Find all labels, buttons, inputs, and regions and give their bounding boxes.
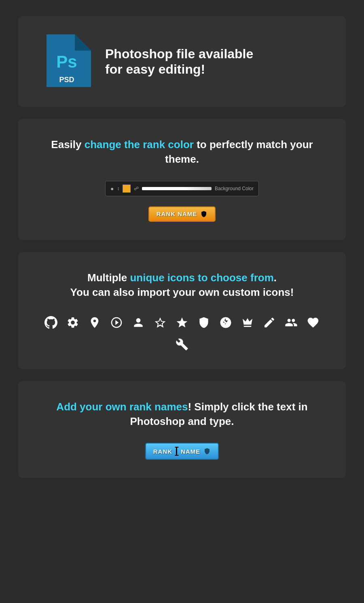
psd-title: Photoshop file available for easy editin… [105, 46, 253, 77]
crown-icon [241, 316, 254, 329]
pencil-icon [263, 316, 276, 329]
star-filled-icon [176, 316, 188, 329]
gear-icon [66, 316, 79, 329]
svg-text:Ps: Ps [56, 52, 77, 71]
heart-icon [307, 316, 320, 329]
group-icon [285, 316, 298, 329]
shield-icon [200, 210, 207, 218]
picker-label: Background Color [215, 186, 254, 191]
eye-icon: ● [110, 185, 114, 192]
color-swatch[interactable] [123, 185, 131, 193]
rank-badge-orange: RANK NAME [148, 206, 216, 222]
icons-title: Multiple unique icons to choose from. Yo… [38, 270, 326, 300]
opacity-slider[interactable] [142, 187, 211, 190]
rank-text-blue: RANK [153, 448, 172, 455]
rank-name-text: RANK NAME [157, 210, 197, 217]
rank-text-blue-2: NAME [181, 448, 200, 455]
color-picker-bar[interactable]: ● ↕ ☍ Background Color [105, 181, 259, 196]
color-change-card: Easily change the rank color to perfectl… [18, 119, 346, 240]
person-pin-icon [88, 316, 101, 329]
icons-row [38, 316, 326, 351]
psd-card: Ps PSD Photoshop file available for easy… [18, 16, 346, 107]
rank-badge-blue-wrapper: RANK NAME [38, 443, 326, 460]
chain-icon: ☍ [134, 186, 139, 191]
block-icon [219, 316, 232, 329]
psd-icon: Ps PSD [42, 34, 91, 89]
color-change-title: Easily change the rank color to perfectl… [38, 137, 326, 167]
person-icon [132, 316, 145, 329]
text-cursor [176, 447, 177, 456]
youtube-icon [110, 316, 123, 329]
arrow-icon: ↕ [117, 186, 119, 191]
shield-icon-blue [203, 448, 211, 455]
rank-badge-blue: RANK NAME [145, 443, 219, 460]
star-outline-icon [154, 316, 167, 329]
rank-names-card: Add your own rank names! Simply click th… [18, 381, 346, 478]
icons-card: Multiple unique icons to choose from. Yo… [18, 252, 346, 369]
github-icon [44, 316, 57, 329]
psd-description: Photoshop file available for easy editin… [105, 46, 253, 77]
wrench-icon [176, 338, 188, 351]
svg-text:PSD: PSD [59, 76, 74, 84]
shield-icon [197, 316, 210, 329]
rank-names-title: Add your own rank names! Simply click th… [38, 399, 326, 429]
